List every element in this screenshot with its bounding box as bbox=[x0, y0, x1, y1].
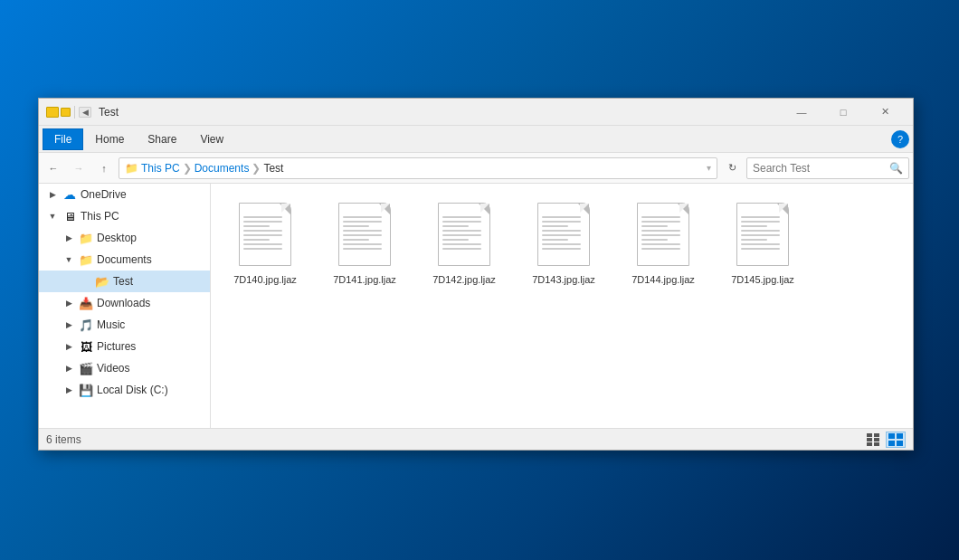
file-icon-container bbox=[333, 198, 396, 271]
pictures-folder-icon: 🖼 bbox=[79, 339, 93, 354]
doc-lines bbox=[343, 216, 386, 250]
sidebar-label-local-disk: Local Disk (C:) bbox=[97, 384, 168, 396]
sidebar-item-downloads[interactable]: ▶ 📥 Downloads bbox=[39, 292, 210, 314]
expand-icon-pictures: ▶ bbox=[62, 340, 75, 353]
file-doc-icon bbox=[438, 203, 490, 266]
address-path[interactable]: 📁 This PC ❯ Documents ❯ Test ▾ bbox=[119, 157, 717, 179]
close-button[interactable]: ✕ bbox=[864, 99, 906, 126]
sidebar-label-music: Music bbox=[97, 318, 125, 331]
menu-tab-share[interactable]: Share bbox=[136, 128, 188, 150]
sidebar-item-pictures[interactable]: ▶ 🖼 Pictures bbox=[39, 336, 210, 357]
refresh-button[interactable]: ↻ bbox=[721, 157, 743, 179]
sidebar-label-desktop: Desktop bbox=[97, 232, 137, 244]
svg-rect-5 bbox=[874, 442, 879, 446]
expand-icon-videos: ▶ bbox=[62, 362, 75, 375]
file-name: 7D141.jpg.ljaz bbox=[333, 274, 396, 286]
menu-tab-view[interactable]: View bbox=[188, 128, 235, 150]
sidebar-item-videos[interactable]: ▶ 🎬 Videos bbox=[39, 357, 210, 379]
doc-lines bbox=[442, 216, 486, 250]
svg-rect-0 bbox=[867, 433, 872, 437]
doc-lines bbox=[641, 216, 685, 250]
search-input[interactable] bbox=[753, 162, 888, 175]
desktop-folder-icon: 📁 bbox=[79, 231, 93, 245]
menu-tab-home[interactable]: Home bbox=[83, 128, 136, 150]
path-dropdown-icon: ▾ bbox=[707, 163, 711, 173]
search-icon[interactable]: 🔍 bbox=[888, 159, 903, 177]
expand-icon-desktop: ▶ bbox=[62, 232, 75, 244]
details-view-button[interactable] bbox=[864, 432, 884, 448]
onedrive-icon: ☁ bbox=[62, 187, 77, 202]
back-button[interactable]: ← bbox=[43, 157, 64, 179]
sidebar-label-this-pc: This PC bbox=[81, 210, 119, 223]
help-button[interactable]: ? bbox=[891, 130, 909, 148]
file-name: 7D140.jpg.ljaz bbox=[233, 274, 297, 286]
file-name: 7D144.jpg.ljaz bbox=[631, 274, 695, 286]
path-test: Test bbox=[263, 162, 283, 175]
downloads-folder-icon: 📥 bbox=[79, 296, 93, 310]
sidebar-label-onedrive: OneDrive bbox=[81, 188, 127, 201]
file-doc-icon bbox=[338, 203, 391, 266]
search-box: 🔍 bbox=[746, 157, 909, 179]
path-sep-2: ❯ bbox=[252, 162, 261, 175]
svg-rect-7 bbox=[897, 433, 903, 439]
expand-icon-downloads: ▶ bbox=[62, 297, 75, 309]
main-area: ▶ ☁ OneDrive ▼ 🖥 This PC ▶ 📁 Desktop ▼ 📁… bbox=[39, 184, 913, 428]
sidebar: ▶ ☁ OneDrive ▼ 🖥 This PC ▶ 📁 Desktop ▼ 📁… bbox=[39, 184, 211, 428]
sidebar-item-onedrive[interactable]: ▶ ☁ OneDrive bbox=[39, 184, 210, 205]
music-folder-icon: 🎵 bbox=[79, 318, 93, 332]
svg-rect-9 bbox=[897, 441, 903, 446]
file-item[interactable]: 7D140.jpg.ljaz bbox=[220, 193, 310, 291]
svg-rect-8 bbox=[888, 441, 895, 446]
svg-rect-2 bbox=[867, 438, 872, 441]
file-item[interactable]: 7D141.jpg.ljaz bbox=[319, 193, 410, 291]
doc-lines bbox=[542, 216, 585, 250]
file-doc-icon bbox=[736, 203, 789, 266]
file-icon-container bbox=[233, 198, 297, 271]
explorer-window: ◀ Test — □ ✕ File Home Share View ? ← → … bbox=[38, 98, 914, 451]
menu-bar: File Home Share View ? bbox=[39, 126, 913, 153]
this-pc-icon: 🖥 bbox=[62, 209, 77, 223]
doc-lines bbox=[243, 216, 287, 250]
file-name: 7D142.jpg.ljaz bbox=[432, 274, 496, 286]
minimize-button[interactable]: — bbox=[781, 99, 822, 126]
file-item[interactable]: 7D144.jpg.ljaz bbox=[618, 193, 708, 291]
title-bar: ◀ Test — □ ✕ bbox=[39, 99, 913, 126]
file-name: 7D143.jpg.ljaz bbox=[532, 274, 595, 286]
expand-icon-onedrive: ▶ bbox=[46, 188, 59, 201]
file-name: 7D145.jpg.ljaz bbox=[731, 274, 794, 286]
sidebar-item-documents[interactable]: ▼ 📁 Documents bbox=[39, 249, 210, 271]
sidebar-label-test: Test bbox=[113, 275, 133, 288]
status-bar: 6 items bbox=[39, 428, 913, 450]
file-doc-icon bbox=[537, 203, 590, 266]
up-button[interactable]: ↑ bbox=[93, 157, 115, 179]
sidebar-item-test[interactable]: 📂 Test bbox=[39, 271, 210, 292]
sidebar-label-downloads: Downloads bbox=[97, 297, 150, 309]
file-icon-container bbox=[731, 198, 794, 271]
file-icon-container bbox=[532, 198, 595, 271]
path-this-pc: This PC bbox=[141, 162, 180, 175]
expand-icon-documents: ▼ bbox=[62, 253, 75, 266]
tiles-view-button[interactable] bbox=[886, 432, 906, 448]
sidebar-item-local-disk[interactable]: ▶ 💾 Local Disk (C:) bbox=[39, 379, 210, 401]
menu-tab-file[interactable]: File bbox=[43, 128, 83, 150]
expand-icon-this-pc: ▼ bbox=[46, 210, 59, 223]
sidebar-item-desktop[interactable]: ▶ 📁 Desktop bbox=[39, 227, 210, 249]
expand-icon-local-disk: ▶ bbox=[62, 384, 75, 396]
file-icon-container bbox=[432, 198, 496, 271]
maximize-button[interactable]: □ bbox=[822, 99, 864, 126]
expand-icon-music: ▶ bbox=[62, 318, 75, 331]
window-controls: — □ ✕ bbox=[781, 99, 906, 126]
forward-button[interactable]: → bbox=[68, 157, 90, 179]
test-folder-icon: 📂 bbox=[95, 274, 109, 289]
path-sep-1: ❯ bbox=[183, 162, 192, 175]
file-item[interactable]: 7D143.jpg.ljaz bbox=[518, 193, 609, 291]
file-item[interactable]: 7D142.jpg.ljaz bbox=[419, 193, 509, 291]
path-documents: Documents bbox=[195, 162, 250, 175]
sidebar-item-this-pc[interactable]: ▼ 🖥 This PC bbox=[39, 205, 210, 227]
sidebar-item-music[interactable]: ▶ 🎵 Music bbox=[39, 314, 210, 336]
file-item[interactable]: 7D145.jpg.ljaz bbox=[717, 193, 808, 291]
local-disk-icon: 💾 bbox=[79, 383, 93, 397]
view-toggle-group bbox=[864, 432, 906, 448]
address-bar: ← → ↑ 📁 This PC ❯ Documents ❯ Test ▾ ↻ 🔍 bbox=[39, 153, 913, 184]
doc-lines bbox=[741, 216, 784, 250]
